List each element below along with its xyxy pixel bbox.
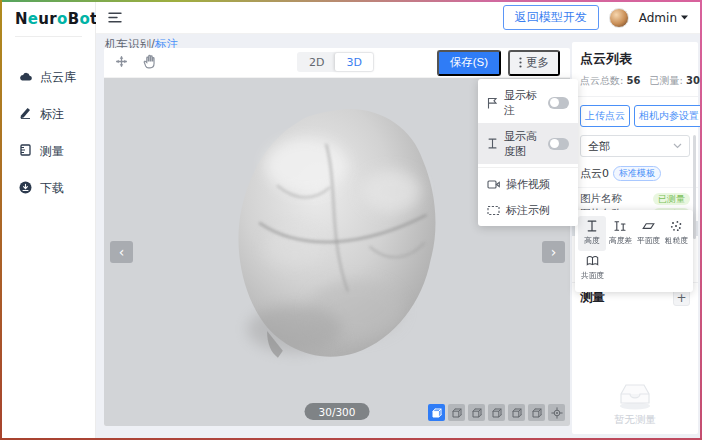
locate-icon[interactable] xyxy=(548,404,565,421)
menu-item-label: 标注示例 xyxy=(506,203,550,218)
cube-bottom-icon[interactable] xyxy=(468,404,485,421)
template-badge: 标准模板 xyxy=(613,166,661,181)
cube-top-icon[interactable] xyxy=(448,404,465,421)
logo-segment: N xyxy=(15,10,28,28)
app-root: NeuroBot 点云库 标注 测量 下载 xyxy=(2,2,700,438)
tool-label: 高度差 xyxy=(608,235,631,246)
measure-tools-popup: 高度 高度差 平面度 粗糙度 共面度 xyxy=(575,210,693,292)
top-bar-right: 返回模型开发 Admin xyxy=(503,5,688,30)
upload-pointcloud-button[interactable]: 上传点云 xyxy=(580,105,630,127)
save-group: 保存(S) 更多 xyxy=(437,50,560,76)
display-options-menu: 显示标注 显示高度图 操作视频 标注示例 xyxy=(478,79,578,226)
sidebar-item-label: 测量 xyxy=(40,143,64,160)
sidebar-item-label: 点云库 xyxy=(40,69,76,86)
menu-item-show-annotations[interactable]: 显示标注 xyxy=(478,82,578,123)
sidebar: NeuroBot 点云库 标注 测量 下载 xyxy=(2,2,96,438)
user-name: Admin xyxy=(639,11,677,25)
camera-intrinsics-button[interactable]: 相机内参设置 xyxy=(634,105,700,127)
show-heightmap-toggle[interactable] xyxy=(548,138,569,150)
menu-item-label: 操作视频 xyxy=(506,177,550,192)
logo-segment: B xyxy=(68,10,80,28)
user-menu[interactable]: Admin xyxy=(639,11,688,25)
panel-title: 点云列表 xyxy=(580,50,690,68)
panel-buttons: 上传点云 相机内参设置 xyxy=(580,105,690,127)
view-mode-2d[interactable]: 2D xyxy=(298,53,335,71)
tool-label: 粗糙度 xyxy=(664,235,687,246)
save-button[interactable]: 保存(S) xyxy=(437,50,501,76)
logo-gear-glyph: e xyxy=(28,10,38,28)
flag-icon xyxy=(487,97,498,109)
text-height-icon xyxy=(487,138,498,149)
empty-box-icon xyxy=(611,378,659,410)
canvas-tool-icons xyxy=(114,54,157,72)
sidebar-item-download[interactable]: 下载 xyxy=(2,170,95,207)
sidebar-nav: 点云库 标注 测量 下载 xyxy=(2,59,95,207)
pointcloud-name: 点云0 xyxy=(580,166,609,181)
more-button[interactable]: 更多 xyxy=(508,50,560,76)
menu-item-label: 显示高度图 xyxy=(504,129,542,159)
sidebar-item-measure[interactable]: 测量 xyxy=(2,133,95,170)
menu-item-show-heightmap[interactable]: 显示高度图 xyxy=(478,123,578,164)
avatar[interactable] xyxy=(609,8,629,28)
view-mode-3d[interactable]: 3D xyxy=(335,53,372,71)
sidebar-item-annotate[interactable]: 标注 xyxy=(2,96,95,133)
video-icon xyxy=(487,179,500,190)
cloud-icon xyxy=(19,71,32,85)
height-icon xyxy=(586,220,598,232)
tool-label: 共面度 xyxy=(580,270,603,281)
show-annotations-toggle[interactable] xyxy=(548,97,569,109)
menu-fold-icon[interactable] xyxy=(108,12,122,23)
prev-image-button[interactable]: ‹ xyxy=(110,241,133,263)
tool-roughness[interactable]: 粗糙度 xyxy=(662,216,690,251)
view-mode-toggle: 2D 3D xyxy=(297,52,374,72)
more-label: 更多 xyxy=(526,55,549,70)
more-dots-icon xyxy=(519,57,522,68)
panel-scrollbar[interactable] xyxy=(693,135,696,239)
toggle-knob xyxy=(550,139,559,148)
coplanarity-icon xyxy=(586,255,599,267)
logo-gear-glyph: o xyxy=(57,10,68,28)
image-row[interactable]: 图片名称 已测量 xyxy=(580,191,690,206)
frame-icon xyxy=(487,205,500,216)
sidebar-item-pointcloud-library[interactable]: 点云库 xyxy=(2,59,95,96)
view-cube-buttons xyxy=(428,404,565,421)
stat-total: 点云总数: 56 xyxy=(580,74,640,88)
panel-stats: 点云总数: 56 已测量: 30 xyxy=(580,74,690,88)
height-diff-icon xyxy=(614,220,626,232)
next-image-button[interactable]: › xyxy=(542,241,565,263)
point-cloud-model[interactable] xyxy=(208,96,464,388)
chevron-down-icon xyxy=(673,143,682,149)
logo-segment: ur xyxy=(38,10,57,28)
caret-down-icon xyxy=(681,15,688,20)
menu-item-tutorial-video[interactable]: 操作视频 xyxy=(478,171,578,197)
tool-height-diff[interactable]: 高度差 xyxy=(606,216,634,251)
back-to-model-dev-button[interactable]: 返回模型开发 xyxy=(503,5,599,30)
cube-back-icon[interactable] xyxy=(528,404,545,421)
stat-measured: 已测量: 30 xyxy=(649,74,699,88)
move-icon[interactable] xyxy=(114,54,129,72)
frame-edge-left xyxy=(0,0,2,440)
app-window: NeuroBot 点云库 标注 测量 下载 xyxy=(0,0,702,440)
logo-gear-glyph: o xyxy=(79,10,90,28)
menu-item-label: 显示标注 xyxy=(504,88,542,118)
roughness-icon xyxy=(670,220,682,232)
hand-icon[interactable] xyxy=(143,54,157,72)
empty-text: 暂无测量 xyxy=(614,413,656,427)
filter-select[interactable]: 全部 xyxy=(580,135,690,157)
logo-divider xyxy=(15,36,82,37)
cube-left-icon[interactable] xyxy=(488,404,505,421)
cube-right-icon[interactable] xyxy=(508,404,525,421)
menu-item-annotation-example[interactable]: 标注示例 xyxy=(478,197,578,223)
tool-flatness[interactable]: 平面度 xyxy=(634,216,662,251)
download-icon xyxy=(19,181,32,197)
panel-divider xyxy=(572,96,698,97)
measure-empty-state: 暂无测量 xyxy=(572,378,698,427)
pointcloud-group-row[interactable]: 点云0 标准模板 xyxy=(580,166,690,181)
tool-height[interactable]: 高度 xyxy=(578,216,606,251)
cube-3d-icon[interactable] xyxy=(428,404,445,421)
pointcloud-list-panel: 点云列表 点云总数: 56 已测量: 30 上传点云 相机内参设置 全部 点云0… xyxy=(572,42,698,434)
flatness-icon xyxy=(642,220,655,232)
frame-edge-top xyxy=(0,0,702,2)
tool-coplanarity[interactable]: 共面度 xyxy=(578,251,606,286)
tool-label: 平面度 xyxy=(636,235,659,246)
